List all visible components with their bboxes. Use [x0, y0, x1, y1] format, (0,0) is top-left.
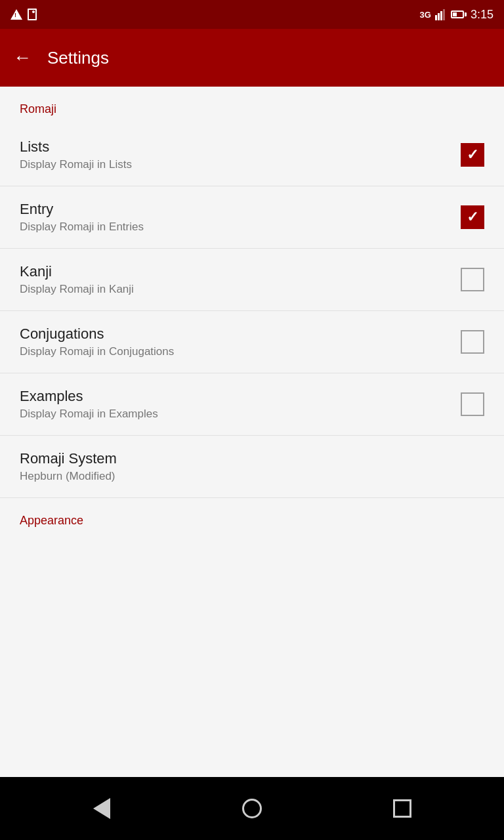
conjugations-setting-item[interactable]: Conjugations Display Romaji in Conjugati…: [0, 311, 504, 373]
romaji-header-text: Romaji: [20, 102, 56, 116]
nav-back-icon: [93, 798, 110, 819]
kanji-checkbox[interactable]: [461, 268, 484, 291]
romaji-section-header: Romaji: [0, 87, 504, 124]
status-right-icons: 3G 3:15: [420, 8, 494, 22]
status-bar: 3G 3:15: [0, 0, 504, 29]
romaji-system-item-subtitle: Hepburn (Modified): [20, 470, 484, 483]
conjugations-checkbox[interactable]: [461, 330, 484, 354]
conjugations-item-text: Conjugations Display Romaji in Conjugati…: [20, 326, 461, 358]
lists-setting-item[interactable]: Lists Display Romaji in Lists: [0, 124, 504, 186]
kanji-item-text: Kanji Display Romaji in Kanji: [20, 263, 461, 296]
nav-home-icon: [242, 799, 262, 818]
entry-item-subtitle: Display Romaji in Entries: [20, 220, 461, 234]
kanji-item-subtitle: Display Romaji in Kanji: [20, 283, 461, 296]
sd-card-icon: [28, 9, 37, 20]
kanji-setting-item[interactable]: Kanji Display Romaji in Kanji: [0, 249, 504, 311]
nav-recents-icon: [393, 799, 411, 818]
conjugations-item-title: Conjugations: [20, 326, 461, 343]
appearance-header-text: Appearance: [20, 514, 83, 527]
svg-rect-1: [438, 13, 440, 20]
signal-icon: 3G: [420, 10, 431, 20]
conjugations-item-subtitle: Display Romaji in Conjugations: [20, 345, 461, 358]
svg-rect-3: [443, 9, 445, 20]
status-left-icons: [10, 9, 37, 20]
examples-checkbox[interactable]: [461, 392, 484, 416]
nav-recents-button[interactable]: [383, 789, 422, 828]
status-time: 3:15: [471, 8, 494, 22]
romaji-system-item-title: Romaji System: [20, 450, 484, 467]
examples-item-subtitle: Display Romaji in Examples: [20, 408, 461, 421]
bottom-nav: [0, 777, 504, 840]
svg-rect-2: [440, 11, 442, 20]
examples-setting-item[interactable]: Examples Display Romaji in Examples: [0, 373, 504, 436]
kanji-item-title: Kanji: [20, 263, 461, 280]
entry-checkbox[interactable]: [461, 205, 484, 229]
entry-item-title: Entry: [20, 201, 461, 218]
battery-icon: [451, 10, 467, 18]
examples-item-text: Examples Display Romaji in Examples: [20, 388, 461, 421]
settings-content: Romaji Lists Display Romaji in Lists Ent…: [0, 87, 504, 777]
signal-bars-icon: [435, 9, 447, 20]
app-bar: ← Settings: [0, 29, 504, 87]
lists-item-text: Lists Display Romaji in Lists: [20, 138, 461, 171]
warning-icon: [10, 9, 22, 20]
lists-item-title: Lists: [20, 138, 461, 156]
app-bar-title: Settings: [47, 48, 109, 68]
lists-item-subtitle: Display Romaji in Lists: [20, 158, 461, 171]
romaji-system-setting-item[interactable]: Romaji System Hepburn (Modified): [0, 436, 504, 498]
lists-checkbox[interactable]: [461, 143, 484, 167]
entry-setting-item[interactable]: Entry Display Romaji in Entries: [0, 186, 504, 249]
examples-item-title: Examples: [20, 388, 461, 405]
nav-home-button[interactable]: [232, 789, 272, 828]
svg-rect-0: [435, 15, 437, 20]
appearance-section-header: Appearance: [0, 498, 504, 536]
entry-item-text: Entry Display Romaji in Entries: [20, 201, 461, 234]
back-button[interactable]: ←: [13, 47, 32, 68]
nav-back-button[interactable]: [82, 789, 121, 828]
